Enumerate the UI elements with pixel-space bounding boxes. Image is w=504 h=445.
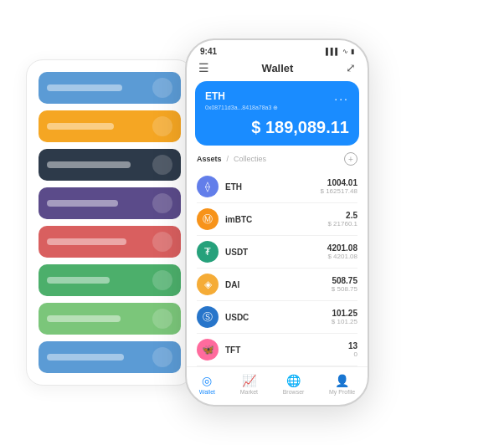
phone-mockup: 9:41 ▌▌▌ ∿ ▮ ☰ Wallet ⤢ ETH ... 0x0871	[185, 38, 369, 407]
nav-item-wallet[interactable]: ◎Wallet	[199, 374, 215, 395]
card-item-icon	[152, 155, 172, 175]
app-header: ☰ Wallet ⤢	[187, 58, 368, 81]
asset-amount-usd: $ 21760.1	[327, 220, 357, 228]
scene: 9:41 ▌▌▌ ∿ ▮ ☰ Wallet ⤢ ETH ... 0x0871	[9, 9, 495, 436]
signal-icon: ▌▌▌	[326, 48, 340, 55]
asset-amounts: 508.75$ 508.75	[332, 276, 357, 293]
asset-amount-main: 508.75	[332, 276, 357, 285]
card-item-text	[47, 315, 121, 322]
tab-divider: /	[227, 155, 229, 163]
asset-amount-usd: 0	[348, 350, 357, 358]
card-item-text	[47, 123, 114, 130]
asset-icon: Ⓢ	[197, 306, 219, 328]
asset-name: USDT	[225, 248, 327, 257]
asset-amount-main: 4201.08	[327, 243, 357, 253]
asset-amount-main: 13	[348, 341, 357, 350]
battery-icon: ▮	[351, 48, 354, 55]
card-item-icon	[152, 193, 172, 213]
wifi-icon: ∿	[342, 48, 348, 55]
tab-collecties[interactable]: Collecties	[234, 155, 266, 163]
asset-name: ETH	[225, 182, 321, 192]
asset-amounts: 2.5$ 21760.1	[327, 211, 357, 228]
add-asset-button[interactable]: +	[344, 152, 357, 166]
asset-icon: ◈	[197, 274, 219, 295]
card-item	[39, 72, 181, 104]
asset-amount-usd: $ 4201.08	[327, 253, 357, 260]
asset-name: DAI	[225, 280, 332, 289]
asset-list-item[interactable]: ₮USDT4201.08$ 4201.08	[197, 236, 357, 269]
asset-icon: ₮	[197, 241, 219, 263]
asset-list-item[interactable]: ⓂimBTC2.5$ 21760.1	[197, 203, 357, 236]
asset-amount-usd: $ 508.75	[332, 285, 357, 293]
eth-address: 0x08711d3a...8418a78a3 ⊕	[205, 105, 349, 111]
nav-browser-icon: 🌐	[286, 374, 301, 387]
bottom-nav: ◎Wallet📈Market🌐Browser👤My Profile	[187, 366, 368, 405]
asset-amounts: 1004.01$ 162517.48	[321, 178, 358, 195]
asset-amount-usd: $ 162517.48	[321, 187, 358, 195]
asset-icon: ⟠	[197, 176, 219, 197]
menu-icon[interactable]: ☰	[198, 61, 209, 74]
card-item-text	[47, 238, 126, 245]
card-item-text	[47, 354, 124, 361]
asset-amounts: 130	[348, 341, 357, 358]
card-item	[39, 303, 181, 335]
card-item	[39, 264, 181, 296]
card-item-icon	[152, 78, 172, 98]
card-item	[39, 187, 181, 219]
status-time: 9:41	[200, 47, 217, 56]
asset-name: TFT	[225, 345, 348, 355]
asset-amounts: 4201.08$ 4201.08	[327, 243, 357, 260]
asset-name: imBTC	[225, 215, 327, 224]
asset-icon: 🦋	[197, 339, 219, 361]
asset-list-item[interactable]: ⟠ETH1004.01$ 162517.48	[197, 171, 357, 203]
asset-amount-main: 1004.01	[321, 178, 358, 187]
card-item-icon	[152, 347, 172, 367]
card-item	[39, 341, 181, 373]
eth-card-more[interactable]: ...	[334, 90, 349, 103]
card-item-text	[47, 84, 122, 91]
status-icons: ▌▌▌ ∿ ▮	[326, 48, 354, 55]
card-item-text	[47, 161, 131, 168]
card-item-icon	[152, 232, 172, 252]
nav-market-icon: 📈	[242, 374, 256, 387]
nav-wallet-label: Wallet	[199, 389, 215, 395]
card-item-text	[47, 200, 118, 207]
eth-card-title: ETH	[205, 90, 225, 102]
nav-wallet-icon: ◎	[202, 374, 212, 387]
asset-amounts: 101.25$ 101.25	[332, 309, 357, 325]
card-item	[39, 226, 181, 258]
nav-market-label: Market	[240, 389, 258, 395]
asset-name: USDC	[225, 313, 332, 322]
card-item-icon	[152, 116, 172, 136]
card-item	[39, 149, 181, 181]
card-stack	[26, 59, 193, 386]
asset-list-item[interactable]: 🦋TFT130	[197, 334, 357, 366]
asset-list: ⟠ETH1004.01$ 162517.48ⓂimBTC2.5$ 21760.1…	[187, 171, 368, 366]
eth-card[interactable]: ETH ... 0x08711d3a...8418a78a3 ⊕ $ 189,0…	[195, 81, 359, 146]
page-title: Wallet	[262, 62, 294, 74]
tab-assets[interactable]: Assets	[197, 155, 222, 163]
nav-item-market[interactable]: 📈Market	[240, 374, 258, 395]
nav-my-profile-icon: 👤	[335, 374, 349, 387]
card-item-icon	[152, 270, 172, 290]
asset-icon: Ⓜ	[197, 208, 219, 230]
nav-my-profile-label: My Profile	[329, 389, 355, 395]
expand-icon[interactable]: ⤢	[346, 61, 356, 74]
asset-amount-main: 2.5	[327, 211, 357, 220]
asset-list-item[interactable]: ⓈUSDC101.25$ 101.25	[197, 301, 357, 334]
assets-tabs: Assets / Collecties	[197, 155, 266, 163]
status-bar: 9:41 ▌▌▌ ∿ ▮	[187, 40, 368, 58]
asset-list-item[interactable]: ◈DAI508.75$ 508.75	[197, 269, 357, 301]
card-item-text	[47, 277, 110, 284]
eth-balance: $ 189,089.11	[205, 118, 349, 137]
card-item	[39, 110, 181, 142]
assets-header: Assets / Collecties +	[187, 152, 368, 171]
asset-amount-usd: $ 101.25	[332, 318, 357, 325]
nav-item-my-profile[interactable]: 👤My Profile	[329, 374, 355, 395]
card-item-icon	[152, 309, 172, 329]
nav-item-browser[interactable]: 🌐Browser	[283, 374, 305, 395]
nav-browser-label: Browser	[283, 389, 305, 395]
asset-amount-main: 101.25	[332, 309, 357, 318]
